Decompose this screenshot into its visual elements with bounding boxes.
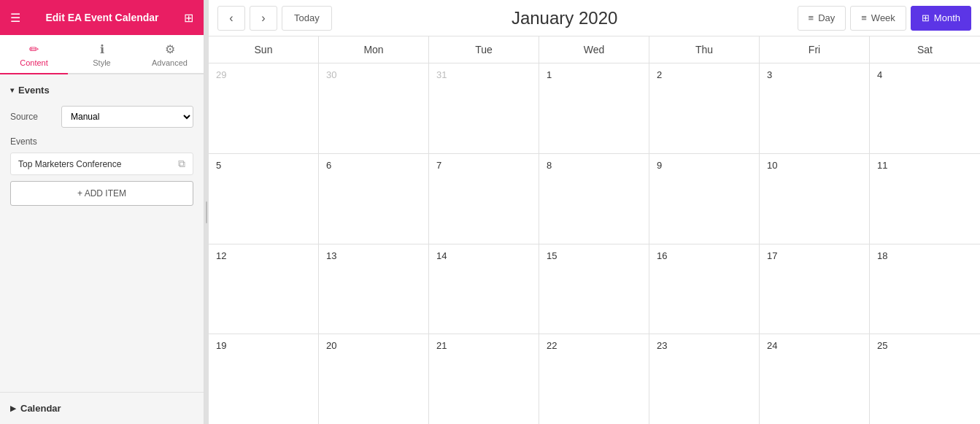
calendar-cell[interactable]: 20 (319, 334, 429, 424)
tab-style[interactable]: ℹ Style (68, 35, 136, 74)
week-view-icon: ≡ (861, 12, 867, 23)
calendar-cell[interactable]: 18 (870, 244, 980, 334)
cell-number: 15 (547, 250, 557, 261)
calendar-row: 2930311234 (209, 63, 980, 154)
cell-number: 13 (326, 250, 336, 261)
tab-advanced[interactable]: ⚙ Advanced (136, 35, 204, 74)
sidebar-tabs: ✏ Content ℹ Style ⚙ Advanced (0, 35, 204, 74)
calendar-cell[interactable]: 23 (649, 334, 760, 424)
source-field-row: Source Manual Google Calendar The Events… (10, 106, 193, 128)
cell-number: 7 (436, 160, 441, 171)
cell-number: 5 (216, 160, 221, 171)
calendar-cell[interactable]: 5 (209, 154, 319, 244)
calendar-cell[interactable]: 22 (539, 334, 649, 424)
calendar-cell[interactable]: 17 (760, 244, 870, 334)
sidebar-body: ▾ Events Source Manual Google Calendar T… (0, 74, 204, 392)
calendar-row: 567891011 (209, 154, 980, 244)
cell-number: 29 (216, 69, 226, 80)
today-button[interactable]: Today (282, 6, 332, 31)
events-arrow: ▾ (10, 86, 14, 94)
cell-number: 16 (657, 250, 667, 261)
calendar-cell[interactable]: 12 (209, 244, 319, 334)
cell-number: 3 (767, 69, 772, 80)
weekday-thu: Thu (649, 36, 760, 63)
copy-icon[interactable]: ⧉ (178, 158, 185, 170)
prev-button[interactable]: ‹ (217, 6, 245, 31)
calendar-arrow: ▶ (10, 404, 16, 412)
events-label: Events (10, 136, 193, 147)
weekday-sun: Sun (209, 36, 319, 63)
calendar-title: January 2020 (336, 8, 793, 28)
day-view-button[interactable]: ≡ Day (798, 6, 846, 31)
sidebar-title: Edit EA Event Calendar (45, 12, 158, 23)
calendar-toolbar: ‹ › Today January 2020 ≡ Day ≡ Week ⊞ Mo… (209, 0, 980, 36)
weekday-wed: Wed (539, 36, 649, 63)
calendar-cell[interactable]: 15 (539, 244, 649, 334)
cell-number: 30 (326, 69, 336, 80)
calendar-row: 19202122232425 (209, 334, 980, 424)
cell-number: 8 (547, 160, 552, 171)
calendar-row: 12131415161718 (209, 244, 980, 335)
cell-number: 25 (877, 340, 887, 351)
calendar-cell[interactable]: 31 (429, 63, 539, 153)
tab-style-label: Style (93, 58, 110, 67)
week-view-button[interactable]: ≡ Week (850, 6, 906, 31)
cell-number: 9 (657, 160, 662, 171)
calendar-cell[interactable]: 2 (649, 63, 760, 153)
events-section-header[interactable]: ▾ Events (10, 85, 193, 96)
event-item: Top Marketers Conference ⧉ (10, 153, 193, 175)
sidebar: ☰ Edit EA Event Calendar ⊞ ✏ Content ℹ S… (0, 0, 204, 424)
calendar-cell[interactable]: 29 (209, 63, 319, 153)
day-view-icon: ≡ (809, 12, 814, 23)
source-select[interactable]: Manual Google Calendar The Events Calend… (61, 106, 193, 128)
day-view-label: Day (818, 12, 835, 23)
calendar-cell[interactable]: 9 (649, 154, 760, 244)
month-view-icon: ⊞ (922, 12, 930, 23)
grid-icon[interactable]: ⊞ (184, 11, 193, 25)
cell-number: 4 (877, 69, 882, 80)
calendar-cell[interactable]: 30 (319, 63, 429, 153)
calendar-cell[interactable]: 14 (429, 244, 539, 334)
calendar-cell[interactable]: 8 (539, 154, 649, 244)
cell-number: 17 (767, 250, 777, 261)
cell-number: 18 (877, 250, 887, 261)
weekday-mon: Mon (319, 36, 429, 63)
calendar-cell[interactable]: 21 (429, 334, 539, 424)
calendar-cell[interactable]: 16 (649, 244, 760, 334)
cell-number: 24 (767, 340, 777, 351)
cell-number: 6 (326, 160, 331, 171)
calendar-cell[interactable]: 10 (760, 154, 870, 244)
month-view-button[interactable]: ⊞ Month (911, 6, 971, 31)
calendar-cell[interactable]: 11 (870, 154, 980, 244)
calendar-cell[interactable]: 6 (319, 154, 429, 244)
add-item-button[interactable]: + ADD ITEM (10, 181, 193, 206)
calendar-cell[interactable]: 4 (870, 63, 980, 153)
content-icon: ✏ (29, 42, 39, 56)
style-icon: ℹ (100, 42, 104, 56)
calendar-cell[interactable]: 13 (319, 244, 429, 334)
next-button[interactable]: › (250, 6, 277, 31)
calendar-cell[interactable]: 3 (760, 63, 870, 153)
advanced-icon: ⚙ (165, 42, 175, 56)
tab-content-label: Content (20, 58, 48, 67)
tab-advanced-label: Advanced (152, 58, 188, 67)
hamburger-icon[interactable]: ☰ (10, 11, 20, 25)
calendar-section-header[interactable]: ▶ Calendar (0, 392, 204, 424)
month-view-label: Month (934, 12, 960, 23)
event-item-name: Top Marketers Conference (18, 159, 121, 169)
tab-content[interactable]: ✏ Content (0, 35, 68, 74)
calendar-section-label: Calendar (20, 403, 61, 414)
weekday-tue: Tue (429, 36, 539, 63)
cell-number: 12 (216, 250, 226, 261)
calendar-cell[interactable]: 25 (870, 334, 980, 424)
calendar-cell[interactable]: 24 (760, 334, 870, 424)
week-view-label: Week (871, 12, 895, 23)
calendar-cell[interactable]: 1 (539, 63, 649, 153)
cell-number: 31 (436, 69, 447, 80)
calendar-cell[interactable]: 7 (429, 154, 539, 244)
calendar-grid: Sun Mon Tue Wed Thu Fri Sat 293031123456… (209, 36, 980, 424)
calendar-area: ‹ › Today January 2020 ≡ Day ≡ Week ⊞ Mo… (209, 0, 980, 424)
calendar-rows: 2930311234567891011121314151617181920212… (209, 63, 980, 424)
calendar-cell[interactable]: 19 (209, 334, 319, 424)
cell-number: 14 (436, 250, 447, 261)
